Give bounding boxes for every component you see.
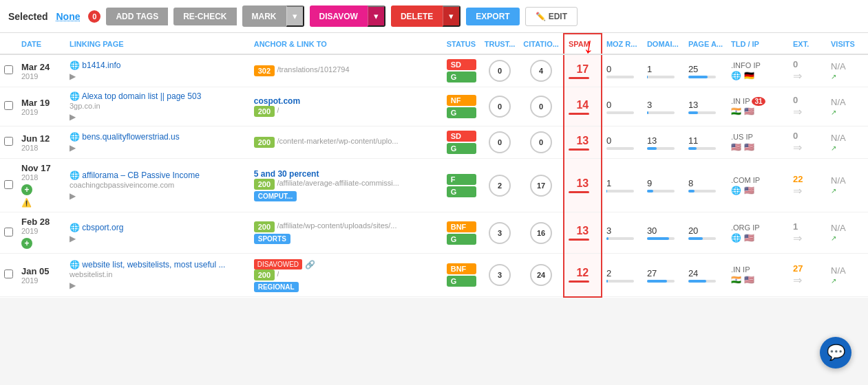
disavow-arrow[interactable]: ▾ <box>368 6 385 27</box>
th-visits[interactable]: VISITS <box>827 34 868 54</box>
page-value: 8 <box>688 178 693 188</box>
th-trust[interactable]: TRUST... <box>480 34 520 54</box>
recheck-group: RE-CHECK <box>173 8 236 25</box>
row-checkbox[interactable] <box>4 137 13 146</box>
tld-cell: .US IP 🇺🇸🇺🇸 <box>727 126 789 159</box>
ext-value: 1 <box>793 221 798 232</box>
th-spam[interactable]: SPAM <box>564 34 602 54</box>
ext-count-badge: 31 <box>752 97 765 106</box>
mark-group[interactable]: MARK ▾ <box>242 6 304 27</box>
row-checkbox-cell <box>0 212 17 254</box>
link-icon: 🔗 <box>305 260 315 270</box>
th-status[interactable]: STATUS <box>443 34 480 54</box>
linking-page-title[interactable]: bens.qualityflowerstriad.us <box>82 132 179 142</box>
trend-icon: ↗ <box>831 109 836 116</box>
page-cell: 20 <box>684 212 727 254</box>
trust-cell: 3 <box>480 212 520 254</box>
trend-icon: ↗ <box>831 234 836 242</box>
linking-page-title[interactable]: cbsport.org <box>82 223 123 232</box>
moz-value: 0 <box>606 100 611 110</box>
anchor-text: cospot.com <box>254 96 300 106</box>
table-body: Mar 242019🌐 b1414.info▶302 /translations… <box>0 54 868 297</box>
date-cell: Mar 242019 <box>17 54 65 87</box>
row-checkbox-cell <box>0 159 17 212</box>
th-anchor[interactable]: ANCHOR & LINK TO <box>250 34 443 54</box>
status-cell: SD G <box>443 54 480 87</box>
row-checkbox[interactable] <box>4 270 13 278</box>
flag2-icon: 🇺🇸 <box>744 107 754 116</box>
mark-arrow[interactable]: ▾ <box>286 6 304 27</box>
status-bottom-badge: G <box>447 143 476 154</box>
trust-value: 3 <box>489 222 511 244</box>
th-citation[interactable]: CITATIO... <box>519 34 564 54</box>
disavow-button[interactable]: DISAVOW <box>310 6 368 27</box>
add-tags-button[interactable]: ADD TAGS <box>106 8 168 25</box>
recheck-button[interactable]: RE-CHECK <box>173 8 236 25</box>
anchor-link: /translations/1012794 <box>277 65 349 74</box>
linking-page-cell: 🌐 cbsport.org▶ <box>65 212 250 254</box>
tld-cell: .IN IP 🇮🇳🇺🇸 <box>727 254 789 297</box>
http-code-badge: 200 <box>254 270 275 280</box>
http-code-badge: 200 <box>254 179 275 190</box>
export-button[interactable]: EXPORT <box>466 8 519 25</box>
flag1-icon: 🌐 <box>731 233 741 243</box>
ext-arrow-icon: ⇒ <box>793 70 802 82</box>
domain-value: 13 <box>647 135 657 146</box>
th-tld[interactable]: TLD / IP <box>727 34 789 54</box>
flag1-icon: 🇺🇸 <box>731 142 741 152</box>
moz-cell: 3 <box>602 212 643 254</box>
anchor-link: /content-marketer/wp-content/uplo... <box>277 137 398 145</box>
domain-bar <box>647 111 675 114</box>
domain-bar <box>647 147 675 150</box>
trust-cell: 3 <box>480 254 520 297</box>
th-date[interactable]: DATE <box>17 34 65 54</box>
th-domain[interactable]: DOMAI... <box>643 34 684 54</box>
visits-value: N/A <box>831 223 846 233</box>
ext-value: 27 <box>793 263 803 274</box>
th-ext[interactable]: EXT. <box>789 34 827 54</box>
citation-cell: 16 <box>519 212 564 254</box>
disavow-group[interactable]: DISAVOW ▾ <box>310 6 385 27</box>
ext-cell: 0⇒ <box>789 126 827 159</box>
spam-bar <box>569 148 589 151</box>
expand-button[interactable]: + <box>21 238 32 249</box>
trust-value: 0 <box>489 60 511 82</box>
delete-arrow[interactable]: ▾ <box>443 6 461 27</box>
delete-button[interactable]: DELETE <box>391 6 443 27</box>
status-top-badge: F <box>447 174 476 185</box>
mark-button[interactable]: MARK <box>242 6 286 27</box>
date-year: 2019 <box>21 276 61 285</box>
video-icon: ▶ <box>70 72 76 81</box>
visits-cell: N/A↗ <box>827 126 868 159</box>
linking-page-cell: 🌐 Alexa top domain list || page 5033gp.c… <box>65 87 250 126</box>
moz-cell: 1 <box>602 159 643 212</box>
delete-group[interactable]: DELETE ▾ <box>391 6 461 27</box>
expand-button[interactable]: + <box>21 184 32 195</box>
th-moz[interactable]: MOZ R... <box>602 34 643 54</box>
trend-icon: ↗ <box>831 187 836 195</box>
ext-value: 0 <box>793 95 798 105</box>
linking-page-title[interactable]: Alexa top domain list || page 503 <box>82 91 202 101</box>
flag2-icon: 🇺🇸 <box>744 142 754 152</box>
page-value: 24 <box>688 268 698 278</box>
http-code-badge: 200 <box>254 106 275 117</box>
ext-cell: 0⇒ <box>789 87 827 126</box>
row-checkbox[interactable] <box>4 180 13 189</box>
spam-cell: 12 <box>564 254 602 297</box>
row-checkbox[interactable] <box>4 101 13 110</box>
visits-cell: N/A↗ <box>827 212 868 254</box>
edit-button[interactable]: ✏️ EDIT <box>525 7 578 26</box>
row-checkbox[interactable] <box>4 228 13 236</box>
domain-cell: 1 <box>643 54 684 87</box>
linking-page-title[interactable]: website list, websitelists, most useful … <box>82 260 225 270</box>
th-linking-page[interactable]: LINKING PAGE <box>65 34 250 54</box>
spam-cell: 13 <box>564 126 602 159</box>
trust-cell: 2 <box>480 159 520 212</box>
linking-page-title[interactable]: affilorama – CB Passive Income <box>82 170 200 180</box>
row-checkbox[interactable] <box>4 65 13 74</box>
visits-value: N/A <box>831 265 846 276</box>
trust-value: 2 <box>489 175 511 197</box>
th-page[interactable]: PAGE A... <box>684 34 727 54</box>
pencil-icon: ✏️ <box>536 12 546 21</box>
linking-page-title[interactable]: b1414.info <box>82 60 120 70</box>
